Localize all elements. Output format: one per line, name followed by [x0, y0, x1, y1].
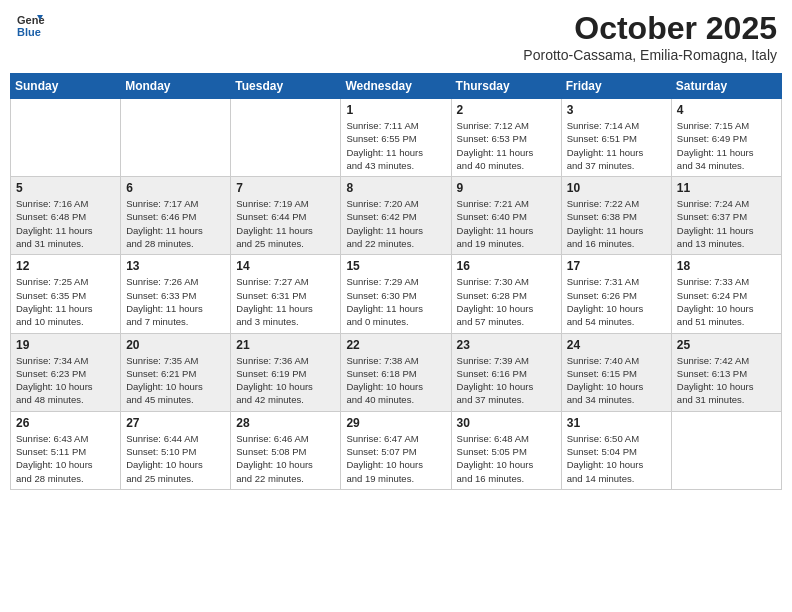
day-info: Sunrise: 7:33 AM Sunset: 6:24 PM Dayligh… — [677, 275, 776, 328]
day-cell-11: 11Sunrise: 7:24 AM Sunset: 6:37 PM Dayli… — [671, 177, 781, 255]
day-cell-26: 26Sunrise: 6:43 AM Sunset: 5:11 PM Dayli… — [11, 411, 121, 489]
day-info: Sunrise: 7:24 AM Sunset: 6:37 PM Dayligh… — [677, 197, 776, 250]
day-cell-5: 5Sunrise: 7:16 AM Sunset: 6:48 PM Daylig… — [11, 177, 121, 255]
day-cell-20: 20Sunrise: 7:35 AM Sunset: 6:21 PM Dayli… — [121, 333, 231, 411]
svg-text:Blue: Blue — [17, 26, 41, 38]
day-info: Sunrise: 7:31 AM Sunset: 6:26 PM Dayligh… — [567, 275, 666, 328]
day-info: Sunrise: 7:11 AM Sunset: 6:55 PM Dayligh… — [346, 119, 445, 172]
day-cell-12: 12Sunrise: 7:25 AM Sunset: 6:35 PM Dayli… — [11, 255, 121, 333]
week-row-2: 5Sunrise: 7:16 AM Sunset: 6:48 PM Daylig… — [11, 177, 782, 255]
day-number: 25 — [677, 338, 776, 352]
day-info: Sunrise: 7:35 AM Sunset: 6:21 PM Dayligh… — [126, 354, 225, 407]
day-number: 14 — [236, 259, 335, 273]
day-cell-22: 22Sunrise: 7:38 AM Sunset: 6:18 PM Dayli… — [341, 333, 451, 411]
empty-cell — [231, 99, 341, 177]
day-info: Sunrise: 7:29 AM Sunset: 6:30 PM Dayligh… — [346, 275, 445, 328]
day-info: Sunrise: 7:15 AM Sunset: 6:49 PM Dayligh… — [677, 119, 776, 172]
day-cell-13: 13Sunrise: 7:26 AM Sunset: 6:33 PM Dayli… — [121, 255, 231, 333]
day-number: 8 — [346, 181, 445, 195]
day-number: 16 — [457, 259, 556, 273]
day-cell-3: 3Sunrise: 7:14 AM Sunset: 6:51 PM Daylig… — [561, 99, 671, 177]
empty-cell — [121, 99, 231, 177]
day-number: 29 — [346, 416, 445, 430]
weekday-header-friday: Friday — [561, 74, 671, 99]
day-cell-15: 15Sunrise: 7:29 AM Sunset: 6:30 PM Dayli… — [341, 255, 451, 333]
day-cell-9: 9Sunrise: 7:21 AM Sunset: 6:40 PM Daylig… — [451, 177, 561, 255]
day-number: 17 — [567, 259, 666, 273]
day-cell-16: 16Sunrise: 7:30 AM Sunset: 6:28 PM Dayli… — [451, 255, 561, 333]
week-row-1: 1Sunrise: 7:11 AM Sunset: 6:55 PM Daylig… — [11, 99, 782, 177]
day-number: 24 — [567, 338, 666, 352]
day-cell-30: 30Sunrise: 6:48 AM Sunset: 5:05 PM Dayli… — [451, 411, 561, 489]
day-number: 27 — [126, 416, 225, 430]
week-row-5: 26Sunrise: 6:43 AM Sunset: 5:11 PM Dayli… — [11, 411, 782, 489]
day-cell-21: 21Sunrise: 7:36 AM Sunset: 6:19 PM Dayli… — [231, 333, 341, 411]
title-block: October 2025 Porotto-Cassama, Emilia-Rom… — [523, 10, 777, 63]
day-info: Sunrise: 7:12 AM Sunset: 6:53 PM Dayligh… — [457, 119, 556, 172]
day-number: 11 — [677, 181, 776, 195]
day-cell-27: 27Sunrise: 6:44 AM Sunset: 5:10 PM Dayli… — [121, 411, 231, 489]
day-cell-2: 2Sunrise: 7:12 AM Sunset: 6:53 PM Daylig… — [451, 99, 561, 177]
day-number: 3 — [567, 103, 666, 117]
day-cell-19: 19Sunrise: 7:34 AM Sunset: 6:23 PM Dayli… — [11, 333, 121, 411]
day-info: Sunrise: 6:43 AM Sunset: 5:11 PM Dayligh… — [16, 432, 115, 485]
day-info: Sunrise: 6:46 AM Sunset: 5:08 PM Dayligh… — [236, 432, 335, 485]
empty-cell — [11, 99, 121, 177]
day-info: Sunrise: 6:47 AM Sunset: 5:07 PM Dayligh… — [346, 432, 445, 485]
day-info: Sunrise: 7:14 AM Sunset: 6:51 PM Dayligh… — [567, 119, 666, 172]
day-info: Sunrise: 7:39 AM Sunset: 6:16 PM Dayligh… — [457, 354, 556, 407]
weekday-header-sunday: Sunday — [11, 74, 121, 99]
day-info: Sunrise: 7:26 AM Sunset: 6:33 PM Dayligh… — [126, 275, 225, 328]
day-info: Sunrise: 6:44 AM Sunset: 5:10 PM Dayligh… — [126, 432, 225, 485]
day-cell-7: 7Sunrise: 7:19 AM Sunset: 6:44 PM Daylig… — [231, 177, 341, 255]
day-number: 31 — [567, 416, 666, 430]
day-number: 12 — [16, 259, 115, 273]
day-info: Sunrise: 7:20 AM Sunset: 6:42 PM Dayligh… — [346, 197, 445, 250]
day-info: Sunrise: 7:30 AM Sunset: 6:28 PM Dayligh… — [457, 275, 556, 328]
day-cell-1: 1Sunrise: 7:11 AM Sunset: 6:55 PM Daylig… — [341, 99, 451, 177]
day-number: 22 — [346, 338, 445, 352]
day-info: Sunrise: 7:34 AM Sunset: 6:23 PM Dayligh… — [16, 354, 115, 407]
day-number: 5 — [16, 181, 115, 195]
day-cell-4: 4Sunrise: 7:15 AM Sunset: 6:49 PM Daylig… — [671, 99, 781, 177]
day-cell-18: 18Sunrise: 7:33 AM Sunset: 6:24 PM Dayli… — [671, 255, 781, 333]
weekday-header-wednesday: Wednesday — [341, 74, 451, 99]
day-info: Sunrise: 7:22 AM Sunset: 6:38 PM Dayligh… — [567, 197, 666, 250]
day-number: 4 — [677, 103, 776, 117]
day-number: 9 — [457, 181, 556, 195]
logo: General Blue — [15, 10, 45, 40]
weekday-header-thursday: Thursday — [451, 74, 561, 99]
day-info: Sunrise: 7:36 AM Sunset: 6:19 PM Dayligh… — [236, 354, 335, 407]
logo-icon: General Blue — [15, 10, 45, 40]
day-info: Sunrise: 7:21 AM Sunset: 6:40 PM Dayligh… — [457, 197, 556, 250]
day-number: 7 — [236, 181, 335, 195]
day-info: Sunrise: 7:17 AM Sunset: 6:46 PM Dayligh… — [126, 197, 225, 250]
day-info: Sunrise: 6:50 AM Sunset: 5:04 PM Dayligh… — [567, 432, 666, 485]
week-row-4: 19Sunrise: 7:34 AM Sunset: 6:23 PM Dayli… — [11, 333, 782, 411]
day-cell-24: 24Sunrise: 7:40 AM Sunset: 6:15 PM Dayli… — [561, 333, 671, 411]
day-number: 15 — [346, 259, 445, 273]
location: Porotto-Cassama, Emilia-Romagna, Italy — [523, 47, 777, 63]
day-number: 23 — [457, 338, 556, 352]
day-info: Sunrise: 7:38 AM Sunset: 6:18 PM Dayligh… — [346, 354, 445, 407]
day-cell-31: 31Sunrise: 6:50 AM Sunset: 5:04 PM Dayli… — [561, 411, 671, 489]
day-cell-17: 17Sunrise: 7:31 AM Sunset: 6:26 PM Dayli… — [561, 255, 671, 333]
day-number: 6 — [126, 181, 225, 195]
empty-cell — [671, 411, 781, 489]
day-number: 1 — [346, 103, 445, 117]
day-info: Sunrise: 7:16 AM Sunset: 6:48 PM Dayligh… — [16, 197, 115, 250]
day-number: 26 — [16, 416, 115, 430]
weekday-header-row: SundayMondayTuesdayWednesdayThursdayFrid… — [11, 74, 782, 99]
day-cell-29: 29Sunrise: 6:47 AM Sunset: 5:07 PM Dayli… — [341, 411, 451, 489]
page-header: General Blue October 2025 Porotto-Cassam… — [10, 10, 782, 63]
day-number: 19 — [16, 338, 115, 352]
day-cell-14: 14Sunrise: 7:27 AM Sunset: 6:31 PM Dayli… — [231, 255, 341, 333]
day-info: Sunrise: 7:42 AM Sunset: 6:13 PM Dayligh… — [677, 354, 776, 407]
week-row-3: 12Sunrise: 7:25 AM Sunset: 6:35 PM Dayli… — [11, 255, 782, 333]
calendar-table: SundayMondayTuesdayWednesdayThursdayFrid… — [10, 73, 782, 490]
weekday-header-tuesday: Tuesday — [231, 74, 341, 99]
day-info: Sunrise: 7:25 AM Sunset: 6:35 PM Dayligh… — [16, 275, 115, 328]
day-info: Sunrise: 7:40 AM Sunset: 6:15 PM Dayligh… — [567, 354, 666, 407]
day-number: 10 — [567, 181, 666, 195]
day-number: 21 — [236, 338, 335, 352]
